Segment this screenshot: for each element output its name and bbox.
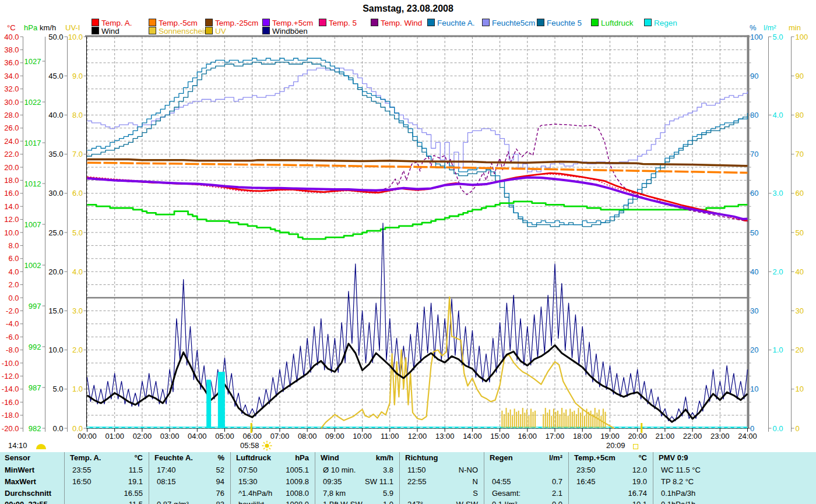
x-tick-label: 04:00: [188, 432, 207, 440]
tick-label-pct: 90: [750, 72, 758, 80]
x-tick-label: 10:00: [353, 432, 372, 440]
tick-label-pct: 80: [750, 111, 758, 119]
x-tick-label: 15:00: [490, 432, 509, 440]
x-tick-label: 01:00: [105, 432, 124, 440]
table-value-time: 09:35: [323, 476, 342, 488]
table-header-name: Richtung: [405, 452, 438, 464]
tick-label-min: 0: [796, 424, 800, 433]
table-header-unit: °C: [638, 452, 647, 464]
tick-label-c: 8.0: [8, 241, 19, 250]
table-value-time: 15:30: [238, 476, 258, 488]
tick-label-c: 32.0: [4, 84, 19, 93]
x-tick-label: 12:00: [408, 432, 427, 440]
table-value: 19.0: [632, 476, 647, 488]
table-header-name: Temp.+5cm: [574, 452, 615, 464]
table-header-name: Wind: [321, 452, 339, 464]
table-header-name: Feuchte A.: [154, 452, 193, 464]
tick-label-pct: 10: [750, 385, 758, 393]
table-value-time: 16:45: [576, 476, 596, 488]
table-row-label: Durchschnitt: [5, 488, 51, 499]
tick-label-lm2: 1.0: [773, 346, 783, 354]
tick-label-min: 20: [796, 346, 804, 354]
table-value: 19.1: [128, 476, 143, 488]
tick-label-hpa: 997: [29, 302, 41, 311]
table-value-time: 0.1hPa/1h: [661, 499, 695, 504]
tick-label-kmh: 0.0: [52, 424, 63, 433]
table-row-label: 00:00–23:55: [5, 499, 48, 504]
tick-label-pct: 20: [750, 346, 758, 354]
tick-label-min: 90: [796, 72, 804, 80]
tick-label-c: 20.0: [4, 163, 19, 172]
table-value: 94: [216, 476, 224, 488]
tick-label-uv: 10.0: [68, 33, 83, 41]
table-header-unit: km/h: [376, 452, 393, 464]
table-header-name: Luftdruck: [236, 452, 271, 464]
table-value-time: 1 Bft W-SW: [323, 499, 363, 504]
tick-label-kmh: 45.0: [48, 72, 63, 80]
tick-label-min: 40: [796, 267, 804, 276]
tick-label-c: 6.0: [8, 254, 19, 263]
tick-label-c: -12.0: [2, 372, 19, 380]
tick-label-hpa: 992: [29, 343, 41, 351]
tick-label-pct: 50: [750, 228, 758, 237]
tick-label-kmh: 50.0: [48, 33, 63, 41]
table-value: 16.55: [124, 488, 143, 499]
table-value: SW 11.1: [365, 476, 393, 488]
tick-label-min: 60: [796, 189, 804, 198]
generated-time: 14:10: [8, 441, 27, 450]
tick-label-lm2: 0.0: [773, 424, 783, 433]
tick-label-hpa: 1027: [24, 57, 41, 66]
tick-label-hpa: 982: [29, 424, 41, 433]
table-value-time: 0.1 l/m²: [492, 499, 517, 504]
tick-label-c: 36.0: [4, 58, 19, 67]
table-divider: [315, 452, 315, 504]
table-value: 1005.1: [286, 464, 309, 476]
x-tick-label: 13:00: [435, 432, 455, 440]
x-tick-label: 05:00: [215, 432, 234, 440]
tick-label-lm2: 4.0: [773, 111, 783, 119]
table-value-time: 07:50: [238, 464, 258, 476]
tick-label-c: -4.0: [6, 319, 19, 328]
tick-label-hpa: 1022: [24, 98, 41, 107]
table-value: 52: [216, 464, 224, 476]
table-value-time: 04:55: [492, 476, 511, 488]
sunrise-time: 05:58: [240, 441, 259, 450]
weather-chart-app: { "title": "Samstag, 23.08.2008", "marke…: [0, 0, 816, 504]
tick-label-pct: 30: [750, 306, 758, 315]
table-value: 12.0: [632, 464, 647, 476]
tick-label-kmh: 40.0: [48, 111, 63, 119]
tick-label-lm2: 5.0: [773, 33, 783, 41]
tick-label-c: 10.0: [4, 228, 19, 237]
tick-label-uv: 5.0: [72, 228, 83, 237]
table-divider: [230, 452, 231, 504]
tick-label-c: -20.0: [2, 424, 19, 433]
tick-label-kmh: 20.0: [48, 267, 63, 276]
table-value-time: bewölkt: [238, 499, 264, 504]
tick-label-c: -6.0: [6, 333, 19, 341]
table-header-unit: °C: [134, 452, 143, 464]
table-value: 0.0: [552, 499, 562, 504]
table-divider: [484, 452, 484, 504]
x-tick-label: 07:00: [270, 432, 290, 440]
tick-label-c: 4.0: [8, 267, 19, 276]
tick-label-min: 70: [796, 150, 804, 158]
tick-label-c: 38.0: [4, 45, 19, 54]
tick-label-kmh: 30.0: [48, 189, 63, 198]
rain-bar: [218, 372, 225, 428]
tick-label-c: -16.0: [2, 398, 19, 407]
sunrise-icon: [262, 440, 272, 451]
tick-label-c: -18.0: [2, 411, 19, 420]
table-header-unit: %: [217, 452, 224, 464]
tick-label-c: 2.0: [8, 280, 19, 289]
tick-label-c: 34.0: [4, 72, 19, 80]
x-tick-label: 16:00: [518, 432, 537, 440]
table-divider: [149, 452, 149, 504]
tick-label-min: 10: [796, 385, 804, 393]
tick-label-lm2: 3.0: [773, 189, 783, 198]
tick-label-hpa: 987: [29, 383, 41, 392]
table-header-name: Regen: [490, 452, 513, 464]
tick-label-c: -2.0: [6, 306, 19, 315]
tick-label-pct: 100: [750, 33, 763, 41]
tick-label-uv: 8.0: [72, 111, 83, 119]
weather-chart: 40.038.036.034.032.030.028.026.024.022.0…: [0, 0, 816, 452]
